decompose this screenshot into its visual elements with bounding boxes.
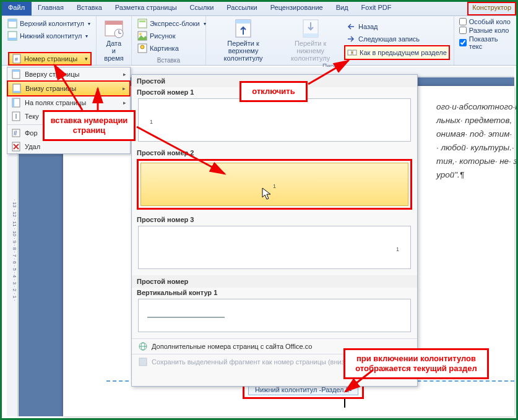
page-margin-icon: [11, 98, 21, 108]
menu-remove-pagenum[interactable]: Удал: [7, 140, 130, 153]
svg-rect-29: [12, 98, 14, 107]
opt-special-first[interactable]: Особый коло: [458, 17, 512, 26]
gallery-link-label: Дополнительные номера страниц с сайта Of…: [152, 343, 312, 350]
footer-button[interactable]: Нижний колонтитул▾: [6, 30, 92, 42]
opt-diff-oddeven[interactable]: Разные коло: [458, 26, 512, 35]
annotation-box: 1: [137, 159, 412, 210]
next-icon: [346, 34, 356, 44]
preview-number: 1: [273, 183, 276, 189]
menu-label: Удал: [25, 143, 40, 150]
gallery-preview-3[interactable]: 1: [138, 226, 411, 269]
page-number-gallery: Простой Простой номер 1 1 Простой номер …: [131, 74, 418, 387]
goto-footer-label: Перейти к нижнему колонтитулу: [282, 40, 339, 62]
chevron-right-icon: ▸: [123, 100, 126, 106]
checkbox-icon[interactable]: [459, 18, 467, 25]
tab-refs[interactable]: Ссылки: [184, 2, 221, 15]
svg-rect-16: [236, 20, 251, 24]
clipart-button[interactable]: Картинка: [136, 42, 202, 54]
svg-rect-5: [105, 21, 123, 25]
opt-showtext-label: Показать текс: [469, 35, 511, 50]
chevron-right-icon: ▸: [123, 85, 126, 92]
format-icon: #: [11, 128, 21, 138]
page-number-button[interactable]: # Номер страницы ▾: [8, 52, 92, 66]
gallery-preview-4[interactable]: [138, 299, 411, 332]
menu-label: Фор: [25, 129, 38, 137]
calendar-icon: [104, 19, 124, 38]
gallery-preview-2[interactable]: 1: [140, 163, 408, 206]
page-top-icon: [11, 69, 21, 79]
quickparts-button[interactable]: Экспресс-блоки▾: [136, 17, 202, 30]
tab-view[interactable]: Вид: [330, 2, 355, 15]
chevron-right-icon: ▸: [123, 71, 126, 77]
tab-file[interactable]: Файл: [2, 2, 32, 15]
menu-label: Внизу страницы: [25, 85, 76, 92]
tab-foxit[interactable]: Foxit PDF: [355, 2, 399, 15]
opt-show-doctext[interactable]: Показать текс: [458, 35, 512, 51]
tab-review[interactable]: Рецензирование: [264, 2, 330, 15]
body-line: льных· предметов,: [436, 114, 518, 127]
tab-design[interactable]: Конструктор: [467, 2, 516, 15]
nav-back-label: Назад: [358, 23, 378, 30]
menu-label: На полях страницы: [25, 99, 86, 106]
body-text: ого·и·абсолютного·м льных· предметов, он…: [436, 100, 518, 182]
checkbox-icon[interactable]: [459, 39, 467, 46]
tab-layout[interactable]: Разметка страницы: [109, 2, 184, 15]
cursor-pos-icon: [11, 111, 21, 121]
tab-home[interactable]: Главная: [32, 2, 71, 15]
link-previous-button[interactable]: Как в предыдущем разделе: [344, 45, 450, 60]
nav-next-label: Следующая запись: [358, 35, 420, 43]
preview-number: 1: [396, 246, 399, 252]
svg-rect-3: [8, 38, 17, 40]
gallery-item-label: Простой номер 2: [132, 148, 417, 158]
back-icon: [346, 22, 356, 32]
header-label: Верхний колонтитул: [20, 20, 84, 27]
delete-icon: [11, 142, 21, 152]
datetime-button[interactable]: Дата и время: [100, 17, 127, 63]
nav-back-button[interactable]: Назад: [344, 20, 450, 33]
footer-icon: [7, 31, 17, 41]
goto-footer-button: Перейти к нижнему колонтитулу: [278, 17, 343, 63]
menu-top-of-page[interactable]: Вверху страницы▸: [7, 67, 130, 81]
body-line: онимая· под· этим·: [436, 127, 518, 141]
text-caret-icon: [344, 399, 349, 408]
svg-rect-18: [303, 33, 318, 37]
annotation-callout-3: при включении колонтитулов отображается …: [343, 348, 489, 379]
menu-bottom-of-page[interactable]: Внизу страницы▸: [7, 80, 131, 96]
body-line: ого·и·абсолютного·м: [436, 100, 518, 114]
svg-rect-27: [13, 91, 20, 93]
gallery-item-label: Вертикальный контур 1: [132, 288, 417, 298]
menu-page-margins[interactable]: На полях страницы▸: [7, 96, 130, 109]
preview-bar: [147, 317, 225, 318]
svg-rect-25: [12, 70, 20, 72]
svg-point-12: [139, 33, 142, 35]
page-bottom-icon: [12, 84, 22, 93]
nav-next-button[interactable]: Следующая запись: [344, 33, 450, 45]
preview-number: 1: [150, 119, 153, 125]
tab-mail[interactable]: Рассылки: [220, 2, 264, 15]
picture-button[interactable]: Рисунок: [136, 30, 202, 42]
body-line: урой".¶: [436, 170, 464, 179]
checkbox-icon[interactable]: [459, 27, 467, 34]
svg-rect-40: [139, 358, 147, 366]
goto-header-icon: [233, 19, 253, 38]
svg-text:#: #: [14, 130, 17, 137]
pagenum-icon: #: [12, 54, 22, 64]
opt-diff-label: Разные коло: [469, 27, 509, 34]
svg-rect-20: [353, 50, 356, 55]
clipart-label: Картинка: [150, 45, 179, 52]
svg-rect-19: [348, 50, 352, 55]
goto-header-button[interactable]: Перейти к верхнему колонтитулу: [210, 17, 277, 63]
quickparts-icon: [137, 19, 147, 28]
goto-footer-icon: [301, 19, 321, 38]
quickparts-label: Экспресс-блоки: [150, 20, 200, 27]
body-line: · любой· культуры.·: [436, 141, 518, 155]
link-icon: [347, 48, 357, 58]
annotation-callout-2: отключить: [240, 81, 308, 102]
svg-point-14: [140, 45, 144, 49]
gallery-preview-1[interactable]: 1: [138, 98, 411, 142]
menu-label: Теку: [25, 113, 39, 120]
svg-text:#: #: [15, 56, 18, 62]
page-number-label: Номер страницы: [24, 55, 77, 62]
tab-insert[interactable]: Вставка: [71, 2, 109, 15]
header-button[interactable]: Верхний колонтитул▾: [6, 17, 92, 30]
